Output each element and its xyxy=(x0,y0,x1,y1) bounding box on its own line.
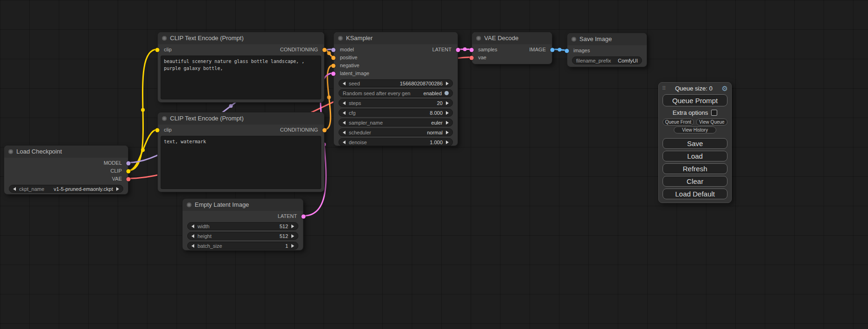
settings-gear-icon[interactable]: ⚙ xyxy=(722,85,728,92)
model-output-port[interactable] xyxy=(127,161,131,165)
increment-arrow-icon[interactable] xyxy=(446,140,449,144)
load-button[interactable]: Load xyxy=(663,151,727,161)
images-input-port[interactable] xyxy=(565,49,569,53)
cfg-widget[interactable]: cfg 8.000 xyxy=(339,109,453,117)
random-seed-toggle-widget[interactable]: Random seed after every gen enabled xyxy=(339,89,453,97)
input-slot-label: clip xyxy=(164,46,172,54)
node-title: KSampler xyxy=(346,35,373,42)
node-title-bar[interactable]: VAE Decode xyxy=(472,32,552,44)
decrement-arrow-icon[interactable] xyxy=(343,121,346,125)
decrement-arrow-icon[interactable] xyxy=(191,234,194,238)
negative-prompt-textarea[interactable]: text, watermark xyxy=(161,136,321,189)
node-vae-decode[interactable]: VAE Decode samples IMAGE vae xyxy=(472,32,552,64)
batch-size-widget[interactable]: batch_size 1 xyxy=(187,242,298,250)
collapse-toggle-icon[interactable] xyxy=(162,116,167,121)
decrement-arrow-icon[interactable] xyxy=(343,131,346,134)
vae-output-port[interactable] xyxy=(127,177,131,181)
collapse-toggle-icon[interactable] xyxy=(162,36,167,41)
node-title-bar[interactable]: Save Image xyxy=(567,33,647,45)
view-queue-button[interactable]: View Queue xyxy=(696,119,727,126)
slot-row: samples IMAGE xyxy=(472,46,552,54)
node-title: Save Image xyxy=(579,35,612,42)
node-title: CLIP Text Encode (Prompt) xyxy=(170,115,244,122)
view-history-button[interactable]: View History xyxy=(674,126,716,133)
decrement-arrow-icon[interactable] xyxy=(343,111,346,115)
scheduler-widget[interactable]: scheduler normal xyxy=(339,128,453,136)
increment-arrow-icon[interactable] xyxy=(116,187,119,191)
positive-prompt-textarea[interactable]: beautiful scenery nature glass bottle la… xyxy=(161,56,321,99)
collapse-toggle-icon[interactable] xyxy=(338,36,343,41)
node-clip-text-encode-negative[interactable]: CLIP Text Encode (Prompt) clip CONDITION… xyxy=(157,112,325,192)
conditioning-output-port[interactable] xyxy=(323,48,327,52)
steps-widget[interactable]: steps 20 xyxy=(339,99,453,107)
clip-input-port[interactable] xyxy=(155,48,160,52)
output-slot-row: VAE xyxy=(4,175,128,183)
latent-output-port[interactable] xyxy=(456,48,460,52)
load-default-button[interactable]: Load Default xyxy=(663,189,727,199)
vae-input-port[interactable] xyxy=(470,56,474,60)
image-output-port[interactable] xyxy=(550,48,555,52)
decrement-arrow-icon[interactable] xyxy=(191,224,194,228)
output-slot-label: CONDITIONING xyxy=(280,46,318,54)
increment-arrow-icon[interactable] xyxy=(291,234,294,238)
decrement-arrow-icon[interactable] xyxy=(343,82,346,85)
increment-arrow-icon[interactable] xyxy=(446,82,449,85)
increment-arrow-icon[interactable] xyxy=(446,121,449,125)
refresh-button[interactable]: Refresh xyxy=(663,163,727,174)
conditioning-output-port[interactable] xyxy=(323,128,327,132)
extra-options-checkbox[interactable] xyxy=(711,110,717,116)
node-clip-text-encode-positive[interactable]: CLIP Text Encode (Prompt) clip CONDITION… xyxy=(157,32,325,103)
clip-output-port[interactable] xyxy=(127,169,131,173)
seed-widget[interactable]: seed 156680208700286 xyxy=(339,79,453,87)
decrement-arrow-icon[interactable] xyxy=(343,101,346,105)
samples-input-port[interactable] xyxy=(470,48,474,52)
clip-input-port[interactable] xyxy=(155,128,160,132)
history-row: View History xyxy=(674,126,716,133)
increment-arrow-icon[interactable] xyxy=(291,224,294,228)
node-empty-latent-image[interactable]: Empty Latent Image LATENT width 512 heig… xyxy=(182,198,303,251)
collapse-toggle-icon[interactable] xyxy=(476,36,481,41)
ckpt-name-widget[interactable]: ckpt_name v1-5-pruned-emaonly.ckpt xyxy=(9,185,123,193)
node-title-bar[interactable]: Load Checkpoint xyxy=(4,146,128,158)
increment-arrow-icon[interactable] xyxy=(446,101,449,105)
node-load-checkpoint[interactable]: Load Checkpoint MODEL CLIP VAE ckpt_name… xyxy=(4,145,128,195)
height-widget[interactable]: height 512 xyxy=(187,232,298,240)
node-graph-canvas[interactable]: Load Checkpoint MODEL CLIP VAE ckpt_name… xyxy=(0,0,868,329)
collapse-toggle-icon[interactable] xyxy=(8,149,13,154)
node-title-bar[interactable]: CLIP Text Encode (Prompt) xyxy=(158,112,324,125)
increment-arrow-icon[interactable] xyxy=(446,131,449,134)
output-slot-row: CLIP xyxy=(4,167,128,175)
queue-menu-panel[interactable]: ⠿ Queue size: 0 ⚙ Queue Prompt Extra opt… xyxy=(658,82,732,203)
decrement-arrow-icon[interactable] xyxy=(191,244,194,248)
collapse-toggle-icon[interactable] xyxy=(187,203,191,207)
model-input-port[interactable] xyxy=(332,48,336,52)
drag-handle-icon[interactable]: ⠿ xyxy=(662,85,666,91)
node-ksampler[interactable]: KSampler model LATENT positive negative … xyxy=(333,32,458,146)
collapse-toggle-icon[interactable] xyxy=(572,37,576,42)
decrement-arrow-icon[interactable] xyxy=(343,140,346,144)
latent-image-input-port[interactable] xyxy=(332,71,336,76)
node-title: Load Checkpoint xyxy=(16,148,62,155)
positive-input-port[interactable] xyxy=(332,56,336,60)
queue-prompt-button[interactable]: Queue Prompt xyxy=(663,94,727,106)
node-title-bar[interactable]: KSampler xyxy=(334,32,458,44)
denoise-widget[interactable]: denoise 1.000 xyxy=(339,138,453,146)
node-title-bar[interactable]: Empty Latent Image xyxy=(183,199,303,211)
sampler-name-widget[interactable]: sampler_name euler xyxy=(339,119,453,126)
decrement-arrow-icon[interactable] xyxy=(13,187,16,191)
filename-prefix-widget[interactable]: filename_prefix ComfyUI xyxy=(572,56,642,64)
increment-arrow-icon[interactable] xyxy=(291,244,294,248)
negative-input-port[interactable] xyxy=(332,63,336,68)
save-button[interactable]: Save xyxy=(663,138,727,149)
clear-button[interactable]: Clear xyxy=(663,176,727,187)
queue-front-button[interactable]: Queue Front xyxy=(663,119,694,126)
node-save-image[interactable]: Save Image images filename_prefix ComfyU… xyxy=(567,33,647,67)
increment-arrow-icon[interactable] xyxy=(446,111,449,115)
node-title-bar[interactable]: CLIP Text Encode (Prompt) xyxy=(158,32,324,44)
link-midpoint-dot xyxy=(327,51,331,55)
latent-output-port[interactable] xyxy=(302,214,306,218)
output-slot-label: LATENT xyxy=(432,46,452,54)
width-widget[interactable]: width 512 xyxy=(187,222,298,230)
input-slot-label: latent_image xyxy=(340,70,369,77)
toggle-knob-icon[interactable] xyxy=(445,91,449,95)
